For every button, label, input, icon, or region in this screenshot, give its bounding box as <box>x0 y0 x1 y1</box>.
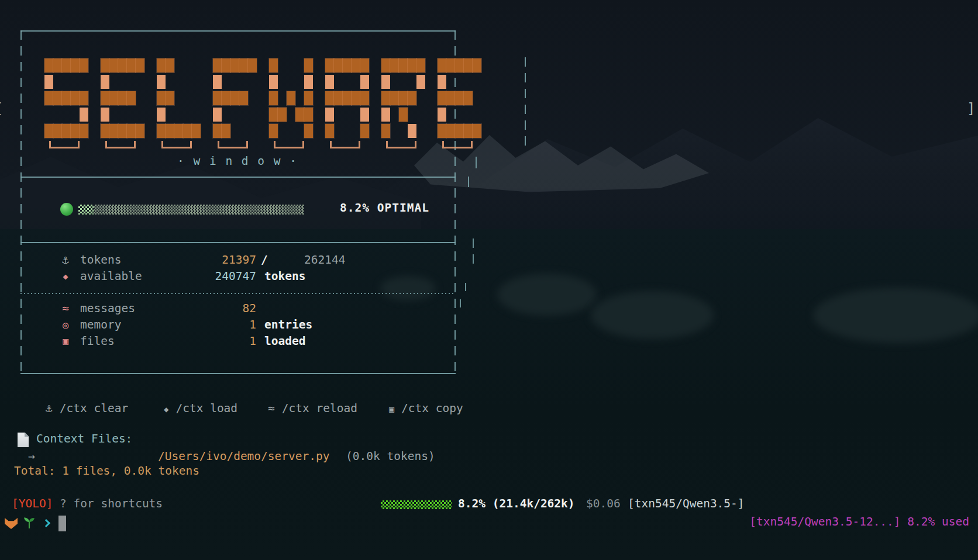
available-label: available <box>80 268 142 285</box>
files-value: 1 <box>140 333 256 350</box>
box-icon: ▣ <box>389 401 394 417</box>
box-icon: ▣ <box>57 333 74 350</box>
panel-border-bottom <box>20 373 456 374</box>
stats-row-messages: ≈ messages 82 <box>0 300 474 317</box>
tokens-separator: / <box>261 252 268 268</box>
status-dot-icon <box>60 203 73 216</box>
stats-row-memory: ◎ memory 1 entries <box>0 317 474 333</box>
decor-tick <box>468 177 469 187</box>
context-files-header: Context Files: <box>36 432 132 445</box>
right-edge-bracket: ] <box>967 101 975 117</box>
model-badge: [txn545/Qwen3.5-] <box>628 497 745 510</box>
memory-value: 1 <box>140 317 256 333</box>
left-edge-bracket: [ <box>0 101 3 117</box>
command-label: /ctx load <box>175 402 237 415</box>
messages-label: messages <box>80 300 135 317</box>
decor-dash-column <box>525 57 526 151</box>
logo-letter <box>269 58 313 149</box>
files-suffix: loaded <box>264 333 305 350</box>
arrow-icon: → <box>28 448 35 465</box>
waves-icon: ≈ <box>57 300 74 317</box>
memory-label: memory <box>80 317 121 333</box>
logo-letter <box>438 58 481 149</box>
usage-bar <box>381 500 452 509</box>
available-value: 240747 <box>140 268 256 285</box>
logo-letter <box>157 58 201 149</box>
panel-divider-1 <box>20 177 456 178</box>
shortcuts-hint: ? for shortcuts <box>60 497 163 510</box>
command-label: /ctx clear <box>60 402 128 415</box>
context-files-total: Total: 1 files, 0.0k tokens <box>14 464 199 478</box>
usage-text: 8.2% (21.4k/262k) <box>458 497 575 510</box>
stats-row-tokens: ⚓ tokens 21397 / 262144 <box>0 252 474 268</box>
stats-row-files: ▣ files 1 loaded <box>0 333 474 350</box>
health-bar-fill <box>78 205 94 215</box>
command-ctx-clear[interactable]: ⚓/ctx clear <box>46 400 128 417</box>
rock <box>497 274 597 316</box>
memory-suffix: entries <box>264 317 312 333</box>
stats-row-available: ◆ available 240747 tokens <box>0 268 474 285</box>
target-icon: ◎ <box>57 317 74 333</box>
anchor-icon: ⚓ <box>46 400 53 417</box>
messages-value: 82 <box>140 300 256 317</box>
health-label: 8.2% OPTIMAL <box>340 201 429 215</box>
document-icon <box>18 433 29 447</box>
tokens-total: 262144 <box>304 252 345 268</box>
prompt-chevron-icon <box>42 519 50 527</box>
terminal-window: · w i n d o w · 8.2% OPTIMAL ⚓ tokens 21… <box>0 0 978 560</box>
context-file-row[interactable]: → /Users/ivo/demo/server.py (0.0k tokens… <box>0 448 526 465</box>
context-file-size: (0.0k tokens) <box>346 448 435 465</box>
health-bar-track <box>94 205 304 215</box>
available-suffix: tokens <box>264 268 305 285</box>
terminal-cursor[interactable] <box>58 516 66 531</box>
cost-text: $0.06 <box>586 497 621 510</box>
anchor-icon: ⚓ <box>57 252 74 268</box>
rock <box>813 288 978 343</box>
command-ctx-load[interactable]: ◆/ctx load <box>164 400 237 417</box>
logo-letter <box>44 58 88 149</box>
panel-divider-dotted <box>20 293 456 294</box>
command-label: /ctx copy <box>401 402 463 415</box>
decor-tick <box>476 157 477 168</box>
model-usage-text: [txn545/Qwen3.5-12...] 8.2% used <box>749 515 969 528</box>
logo-letter <box>213 58 257 149</box>
command-ctx-copy[interactable]: ▣/ctx copy <box>389 400 463 417</box>
command-label: /ctx reload <box>282 402 357 415</box>
panel-border-top <box>20 30 456 32</box>
command-ctx-reload[interactable]: ≈/ctx reload <box>268 400 357 417</box>
logo-letter <box>101 58 144 149</box>
seedling-icon <box>23 516 35 529</box>
decor-tick <box>473 238 474 248</box>
logo-letter <box>325 58 369 149</box>
diamond-icon: ◆ <box>57 268 74 285</box>
logo-letter <box>381 58 425 149</box>
panel-divider-2 <box>20 242 456 243</box>
health-bar <box>78 205 304 215</box>
logo-subtitle: · w i n d o w · <box>20 154 454 168</box>
context-file-path: /Users/ivo/demo/server.py <box>158 448 330 465</box>
mode-badge: [YOLO] <box>12 497 53 510</box>
files-label: files <box>80 333 115 350</box>
diamond-icon: ◆ <box>164 401 168 417</box>
waves-icon: ≈ <box>268 400 275 417</box>
rock <box>591 291 714 339</box>
tokens-label: tokens <box>80 252 121 268</box>
fox-icon <box>5 518 18 529</box>
logo-art <box>44 58 494 149</box>
tokens-value: 21397 <box>140 252 256 268</box>
